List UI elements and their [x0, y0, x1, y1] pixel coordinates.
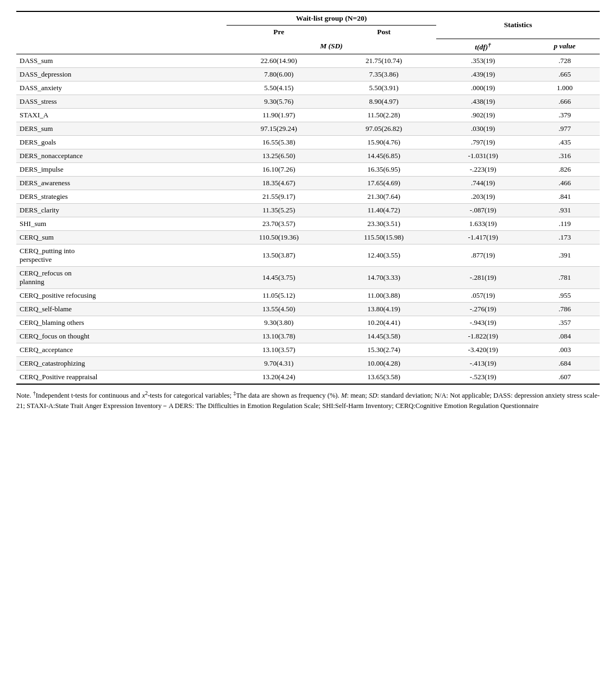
post-value: 13.65(3.58) — [331, 371, 436, 384]
t-value: .877(19) — [436, 244, 530, 267]
pre-value: 11.35(5.25) — [227, 204, 331, 217]
post-value: 7.35(3.86) — [331, 68, 436, 81]
table-row: DASS_anxiety5.50(4.15)5.50(3.91).000(19)… — [16, 81, 600, 95]
p-value: .435 — [530, 136, 600, 149]
dagger-sup: † — [488, 41, 491, 48]
t-value: .744(19) — [436, 177, 530, 190]
post-value: 14.70(3.33) — [331, 267, 436, 289]
t-value: .000(19) — [436, 81, 530, 95]
statistics-table-container: Wait-list group (N=20) Statistics Pre Po… — [16, 11, 600, 385]
table-row: CERQ_acceptance13.10(3.57)15.30(2.74)-3.… — [16, 343, 600, 357]
p-value: .357 — [530, 316, 600, 330]
post-header: Post — [331, 26, 436, 39]
waitlist-group-header: Wait-list group (N=20) — [227, 12, 437, 26]
table-row: CERQ_self-blame13.55(4.50)13.80(4.19)-.2… — [16, 303, 600, 316]
p-value: .391 — [530, 244, 600, 267]
pre-value: 22.60(14.90) — [227, 54, 331, 68]
row-label: CERQ_blaming others — [16, 316, 227, 330]
table-row: CERQ_positive refocusing11.05(5.12)11.00… — [16, 289, 600, 303]
post-value: 5.50(3.91) — [331, 81, 436, 95]
p-value: .003 — [530, 343, 600, 357]
post-value: 16.35(6.95) — [331, 163, 436, 177]
table-row: CERQ_blaming others9.30(3.80)10.20(4.41)… — [16, 316, 600, 330]
row-label: DERS_sum — [16, 122, 227, 136]
t-value: -.281(19) — [436, 267, 530, 289]
row-label: CERQ_self-blame — [16, 303, 227, 316]
t-value: -3.420(19) — [436, 343, 530, 357]
pre-value: 9.70(4.31) — [227, 357, 331, 371]
post-value: 23.30(3.51) — [331, 217, 436, 231]
post-value: 14.45(6.85) — [331, 149, 436, 163]
post-value: 97.05(26.82) — [331, 122, 436, 136]
post-value: 10.00(4.28) — [331, 357, 436, 371]
table-row: DERS_nonacceptance13.25(6.50)14.45(6.85)… — [16, 149, 600, 163]
header-row-group: Wait-list group (N=20) Statistics — [16, 12, 600, 26]
post-value: 11.00(3.88) — [331, 289, 436, 303]
row-label: CERQ_acceptance — [16, 343, 227, 357]
p-value: .316 — [530, 149, 600, 163]
statistics-table: Wait-list group (N=20) Statistics Pre Po… — [16, 12, 600, 384]
pre-value: 11.05(5.12) — [227, 289, 331, 303]
row-label: CERQ_sum — [16, 231, 227, 244]
p-value: .955 — [530, 289, 600, 303]
p-value: 1.000 — [530, 81, 600, 95]
t-value: -.413(19) — [436, 357, 530, 371]
pre-value: 9.30(3.80) — [227, 316, 331, 330]
p-value: .173 — [530, 231, 600, 244]
t-value: .203(19) — [436, 190, 530, 204]
post-value: 13.80(4.19) — [331, 303, 436, 316]
p-value: .826 — [530, 163, 600, 177]
t-value: .797(19) — [436, 136, 530, 149]
pre-value: 23.70(3.57) — [227, 217, 331, 231]
note-section: Note. †Independent t-tests for continuou… — [16, 389, 600, 411]
post-value: 11.40(4.72) — [331, 204, 436, 217]
p-value: .466 — [530, 177, 600, 190]
t-header: t(df)† — [436, 39, 530, 54]
p-header: p value — [530, 39, 600, 54]
pre-value: 14.45(3.75) — [227, 267, 331, 289]
post-value: 8.90(4.97) — [331, 95, 436, 109]
t-value: -.223(19) — [436, 163, 530, 177]
row-label: CERQ_positive refocusing — [16, 289, 227, 303]
p-value: .841 — [530, 190, 600, 204]
table-row: DASS_sum22.60(14.90)21.75(10.74).353(19)… — [16, 54, 600, 68]
t-value: -.943(19) — [436, 316, 530, 330]
post-value: 21.75(10.74) — [331, 54, 436, 68]
pre-value: 97.15(29.24) — [227, 122, 331, 136]
row-label: SHI_sum — [16, 217, 227, 231]
row-label: DASS_stress — [16, 95, 227, 109]
row-label: DERS_goals — [16, 136, 227, 149]
t-value: .030(19) — [436, 122, 530, 136]
post-value: 115.50(15.98) — [331, 231, 436, 244]
pre-value: 16.55(5.38) — [227, 136, 331, 149]
row-label: DERS_awareness — [16, 177, 227, 190]
table-row: DERS_goals16.55(5.38)15.90(4.76).797(19)… — [16, 136, 600, 149]
t-value: -1.822(19) — [436, 330, 530, 343]
table-row: CERQ_refocus onplanning14.45(3.75)14.70(… — [16, 267, 600, 289]
t-value: .353(19) — [436, 54, 530, 68]
pre-value: 110.50(19.36) — [227, 231, 331, 244]
p-value: .684 — [530, 357, 600, 371]
table-row: STAXI_A11.90(1.97)11.50(2.28).902(19).37… — [16, 109, 600, 122]
post-value: 15.90(4.76) — [331, 136, 436, 149]
note-text: Note. †Independent t-tests for continuou… — [16, 392, 600, 410]
pre-value: 13.55(4.50) — [227, 303, 331, 316]
t-value: 1.633(19) — [436, 217, 530, 231]
t-value: -.523(19) — [436, 371, 530, 384]
table-row: DERS_strategies21.55(9.17)21.30(7.64).20… — [16, 190, 600, 204]
pre-value: 21.55(9.17) — [227, 190, 331, 204]
t-value: .439(19) — [436, 68, 530, 81]
row-label: DASS_depression — [16, 68, 227, 81]
p-value: .728 — [530, 54, 600, 68]
empty-header — [16, 12, 227, 54]
t-value: -1.417(19) — [436, 231, 530, 244]
post-value: 12.40(3.55) — [331, 244, 436, 267]
pre-value: 13.25(6.50) — [227, 149, 331, 163]
table-row: CERQ_sum110.50(19.36)115.50(15.98)-1.417… — [16, 231, 600, 244]
row-label: DASS_sum — [16, 54, 227, 68]
table-row: SHI_sum23.70(3.57)23.30(3.51)1.633(19).1… — [16, 217, 600, 231]
p-value: .931 — [530, 204, 600, 217]
p-value: .977 — [530, 122, 600, 136]
table-row: CERQ_catastrophizing9.70(4.31)10.00(4.28… — [16, 357, 600, 371]
table-row: CERQ_putting intoperspective13.50(3.87)1… — [16, 244, 600, 267]
